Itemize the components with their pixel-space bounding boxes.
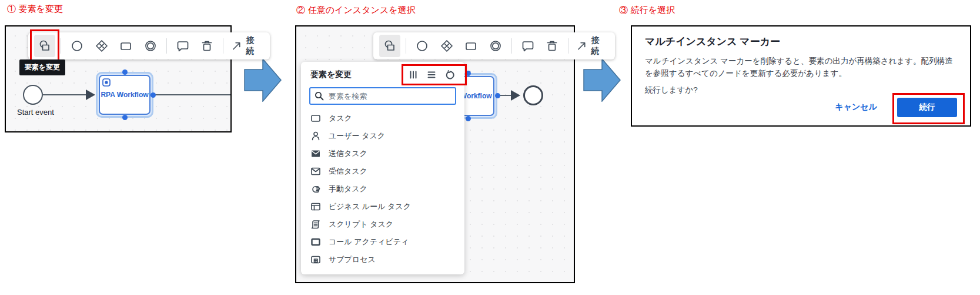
task-icon [310, 113, 321, 124]
annotation-button[interactable] [517, 35, 539, 57]
start-event-icon [415, 39, 429, 53]
menu-item-subprocess[interactable]: サブプロセス [301, 251, 464, 269]
toolbar-divider [406, 38, 406, 54]
connect-button[interactable]: 接続 [229, 35, 264, 57]
dialog-title: マルチインスタンス マーカー [645, 35, 957, 48]
toolbar-divider [61, 38, 61, 54]
panel-step1-canvas: 接続 要素を変更 Start event RPA Workflow [5, 25, 232, 132]
script-icon [310, 219, 321, 230]
selection-handle-right[interactable] [495, 93, 500, 98]
popup-header: 要素を変更 [301, 62, 464, 85]
task-icon [464, 39, 478, 53]
gateway-button[interactable] [91, 35, 112, 57]
change-element-tooltip: 要素を変更 [19, 59, 65, 75]
toolbar-divider [511, 38, 512, 54]
trash-icon [200, 39, 214, 53]
menu-item-business-rule-task[interactable]: ビジネス ルール タスク [301, 198, 464, 216]
send-icon [310, 148, 321, 159]
gateway-icon [95, 39, 109, 53]
trash-icon [545, 39, 559, 53]
connect-label: 接続 [591, 35, 607, 57]
connect-arrow-icon [231, 40, 242, 52]
selection-handle-bottom[interactable] [122, 115, 128, 120]
change-element-popup: 要素を変更 [301, 62, 464, 274]
menu-item-script-task[interactable]: スクリプト タスク [301, 216, 464, 233]
business-rule-icon [310, 201, 321, 212]
loop-marker-icon[interactable] [445, 70, 455, 80]
continue-button[interactable]: 続行 [897, 98, 957, 117]
change-element-button[interactable] [34, 35, 55, 57]
selection-handle-right[interactable] [150, 92, 156, 98]
marker-toggle-group [409, 70, 455, 80]
start-event-label: Start event [17, 108, 54, 117]
popup-title: 要素を変更 [310, 69, 352, 80]
user-icon [310, 131, 321, 141]
sequential-marker-icon[interactable] [427, 70, 436, 79]
panel-step3-dialog: マルチインスタンス マーカー マルチインスタンス マーカーを削除すると、要素の出… [631, 25, 971, 127]
selection-handle-top[interactable] [466, 71, 471, 76]
annotation-icon [521, 39, 535, 53]
rpa-icon [102, 78, 111, 87]
menu-item-receive-task[interactable]: 受信タスク [301, 163, 464, 180]
dialog-footer: キャンセル 続行 [645, 98, 957, 117]
menu-item-manual-task[interactable]: 手動タスク [301, 180, 464, 198]
connect-label: 接続 [246, 35, 262, 57]
menu-item-user-task[interactable]: ユーザー タスク [301, 127, 464, 145]
subprocess-icon [310, 254, 321, 265]
element-toolbar: 接続 [28, 32, 270, 59]
start-event-node[interactable] [23, 85, 43, 105]
toolbar-divider [568, 38, 568, 54]
dialog-question: 続行しますか? [645, 85, 957, 95]
annotation-button[interactable] [172, 35, 193, 57]
intermediate-event-button[interactable] [484, 35, 506, 57]
step2-title: ② 任意のインスタンスを選択 [296, 5, 416, 16]
task-icon [119, 39, 133, 53]
cancel-button[interactable]: キャンセル [835, 102, 877, 112]
task-label: RPA Workflow [101, 91, 148, 99]
step1-title: ① 要素を変更 [7, 4, 63, 15]
intermediate-event-icon [143, 39, 158, 53]
delete-button[interactable] [196, 35, 218, 57]
delete-button[interactable] [541, 35, 563, 57]
intermediate-event-button[interactable] [139, 35, 160, 57]
screenshot-stage: ① 要素を変更 ② 任意のインスタンスを選択 ③ 続行を選択 [0, 0, 980, 295]
rpa-workflow-task[interactable]: RPA Workflow [96, 72, 153, 118]
parallel-marker-icon[interactable] [409, 70, 418, 79]
menu-item-send-task[interactable]: 送信タスク [301, 145, 464, 163]
start-event-icon [70, 39, 84, 53]
change-element-button[interactable] [379, 35, 400, 57]
search-box [309, 87, 456, 105]
manual-icon [310, 184, 321, 194]
arrow-step2-to-step3 [583, 58, 621, 102]
panel-step2-canvas: 接続 RPA Workflow 要素を変更 [295, 25, 575, 283]
multi-instance-dialog: マルチインスタンス マーカー マルチインスタンス マーカーを削除すると、要素の出… [632, 26, 970, 125]
dialog-body: マルチインスタンス マーカーを削除すると、要素の出力が再構築されます。配列構造を… [645, 55, 957, 80]
menu-item-task[interactable]: タスク [301, 110, 464, 127]
change-element-icon [383, 39, 397, 53]
selection-handle-bottom[interactable] [466, 116, 471, 121]
task-button[interactable] [115, 35, 136, 57]
selection-handle-top[interactable] [122, 69, 128, 75]
annotation-icon [176, 39, 190, 53]
search-input[interactable] [309, 87, 456, 105]
connect-arrow-icon [576, 40, 587, 52]
intermediate-event-icon [489, 39, 503, 53]
connect-button[interactable]: 接続 [574, 35, 609, 57]
change-element-icon [38, 39, 52, 53]
arrow-step1-to-step2 [244, 58, 282, 102]
start-event-button[interactable] [66, 35, 88, 57]
toolbar-divider [166, 38, 167, 54]
task-button[interactable] [460, 35, 481, 57]
toolbar-divider [223, 38, 223, 54]
receive-icon [310, 166, 321, 177]
gateway-button[interactable] [436, 35, 457, 57]
end-event-node[interactable] [523, 85, 543, 105]
menu-item-call-activity[interactable]: コール アクティビティ [301, 233, 464, 251]
step3-title: ③ 続行を選択 [619, 5, 675, 16]
gateway-icon [440, 39, 454, 53]
call-activity-icon [310, 237, 321, 247]
start-event-button[interactable] [412, 35, 433, 57]
element-toolbar: 接続 [373, 32, 615, 59]
search-icon [314, 91, 325, 101]
